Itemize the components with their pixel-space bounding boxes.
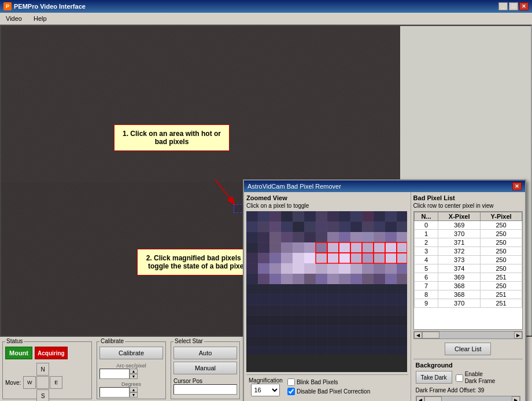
svg-rect-10: [246, 211, 258, 222]
table-row[interactable]: 8368251: [414, 290, 522, 299]
bg-scroll-left-btn[interactable]: ◀: [416, 396, 424, 401]
blink-bad-pixels-checkbox[interactable]: [287, 378, 295, 386]
svg-rect-55: [281, 242, 293, 253]
table-row[interactable]: 6369251: [414, 273, 522, 282]
svg-rect-52: [246, 242, 258, 253]
disable-bad-pixel-row: Disable Bad Pixel Correction: [287, 388, 370, 395]
image-angle-sublabel: Degrees: [99, 381, 163, 387]
image-scale-down[interactable]: ▼: [130, 374, 138, 379]
table-row[interactable]: 7368250: [414, 282, 522, 290]
image-scale-up[interactable]: ▲: [130, 369, 138, 374]
select-star-label: Select Star: [173, 338, 204, 344]
bad-pixel-table-container[interactable]: N... X-Pixel Y-Pixel 0369250137025023712…: [413, 211, 523, 330]
move-e-button[interactable]: E: [50, 376, 62, 389]
move-w-button[interactable]: W: [23, 376, 36, 389]
close-button[interactable]: ✕: [519, 2, 529, 10]
minimize-button[interactable]: _: [498, 2, 508, 10]
calibrate-button[interactable]: Calibrate: [99, 347, 163, 359]
svg-rect-78: [385, 253, 397, 263]
svg-rect-73: [327, 253, 339, 263]
svg-rect-15: [304, 211, 316, 222]
svg-rect-59: [327, 242, 339, 253]
svg-rect-49: [374, 232, 385, 242]
table-row[interactable]: 1370250: [414, 230, 522, 238]
bad-pixel-list-panel: Bad Pixel List Click row to center pixel…: [411, 192, 525, 401]
svg-rect-109: [246, 295, 407, 305]
table-row[interactable]: 4373250: [414, 256, 522, 264]
svg-rect-102: [339, 274, 350, 284]
status-group-label: Status: [5, 338, 24, 344]
dialog-title-bar: AstroVidCam Bad Pixel Remover ✕: [244, 181, 525, 192]
svg-rect-71: [304, 253, 316, 263]
svg-rect-88: [339, 263, 350, 274]
svg-rect-11: [258, 211, 269, 222]
auto-button[interactable]: Auto: [173, 347, 237, 359]
svg-rect-27: [281, 222, 293, 232]
enable-dark-frame-label: EnableDark Frame: [465, 371, 496, 385]
acquiring-button[interactable]: Acquiring: [35, 347, 68, 359]
menu-video[interactable]: Video: [2, 14, 25, 23]
bg-h-scroll[interactable]: ◀ ▶: [416, 396, 520, 401]
zoom-instruction: Click on a pixel to toggle: [246, 203, 408, 209]
image-angle-down[interactable]: ▼: [130, 392, 138, 398]
table-h-scroll[interactable]: ◀ ▶: [413, 331, 523, 339]
cursor-pos-input[interactable]: -7.441=0: [173, 384, 237, 395]
table-row[interactable]: 0369250: [414, 221, 522, 230]
disable-bad-pixel-checkbox[interactable]: [287, 388, 295, 395]
select-star-group: Select Star Auto Manual Cursor Pos -7.44…: [171, 341, 240, 399]
svg-rect-60: [339, 242, 350, 253]
bg-scroll-thumb[interactable]: [424, 396, 442, 401]
blink-bad-pixels-row: Blink Bad Pixels: [287, 378, 370, 386]
table-row[interactable]: 5374250: [414, 264, 522, 273]
clear-list-button[interactable]: Clear List: [445, 343, 491, 355]
table-row[interactable]: 9370251: [414, 299, 522, 308]
svg-rect-41: [281, 232, 293, 242]
bg-scroll-right-btn[interactable]: ▶: [512, 396, 520, 401]
svg-rect-97: [281, 274, 293, 284]
dark-frame-offset-text: Dark Frame Add Offset: 39: [416, 387, 520, 393]
move-n-button[interactable]: N: [36, 363, 49, 376]
svg-rect-75: [350, 253, 362, 263]
table-row[interactable]: 2371250: [414, 238, 522, 247]
scroll-thumb[interactable]: [422, 332, 439, 339]
svg-rect-74: [339, 253, 350, 263]
scroll-right-btn[interactable]: ▶: [514, 332, 522, 339]
mount-button[interactable]: Mount: [5, 347, 32, 359]
take-dark-button[interactable]: Take Dark: [416, 371, 452, 384]
svg-rect-87: [327, 263, 339, 274]
svg-rect-81: [258, 263, 269, 274]
svg-rect-95: [258, 274, 269, 284]
zoom-canvas[interactable]: [246, 211, 407, 372]
enable-dark-frame-checkbox[interactable]: [456, 374, 463, 382]
maximize-button[interactable]: □: [509, 2, 518, 10]
scroll-left-btn[interactable]: ◀: [414, 332, 422, 339]
svg-rect-100: [316, 274, 327, 284]
svg-rect-105: [374, 274, 385, 284]
move-s-button[interactable]: S: [36, 389, 49, 401]
move-label: Move:: [5, 380, 21, 386]
svg-rect-94: [246, 274, 258, 284]
disable-bad-pixel-label: Disable Bad Pixel Correction: [297, 388, 370, 395]
svg-rect-32: [339, 222, 350, 232]
image-angle-up[interactable]: ▲: [130, 387, 138, 392]
image-scale-input[interactable]: 1.86: [99, 369, 130, 379]
svg-rect-114: [246, 347, 407, 355]
image-angle-input[interactable]: -89.4: [99, 387, 130, 398]
svg-rect-24: [246, 222, 258, 232]
manual-button[interactable]: Manual: [173, 362, 237, 374]
svg-rect-56: [293, 242, 304, 253]
menu-help[interactable]: Help: [30, 14, 50, 23]
svg-rect-28: [293, 222, 304, 232]
svg-rect-107: [397, 274, 407, 284]
dialog-close-button[interactable]: ✕: [512, 182, 522, 190]
svg-rect-84: [293, 263, 304, 274]
svg-rect-42: [293, 232, 304, 242]
table-row[interactable]: 3372250: [414, 247, 522, 256]
magnification-select[interactable]: 4 8 16 32: [251, 384, 280, 396]
menu-bar: Video Help: [0, 13, 532, 25]
svg-rect-48: [362, 232, 374, 242]
svg-rect-54: [269, 242, 281, 253]
svg-rect-85: [304, 263, 316, 274]
svg-rect-83: [281, 263, 293, 274]
title-bar: P PEMPro Video Interface _ □ ✕: [0, 0, 532, 13]
